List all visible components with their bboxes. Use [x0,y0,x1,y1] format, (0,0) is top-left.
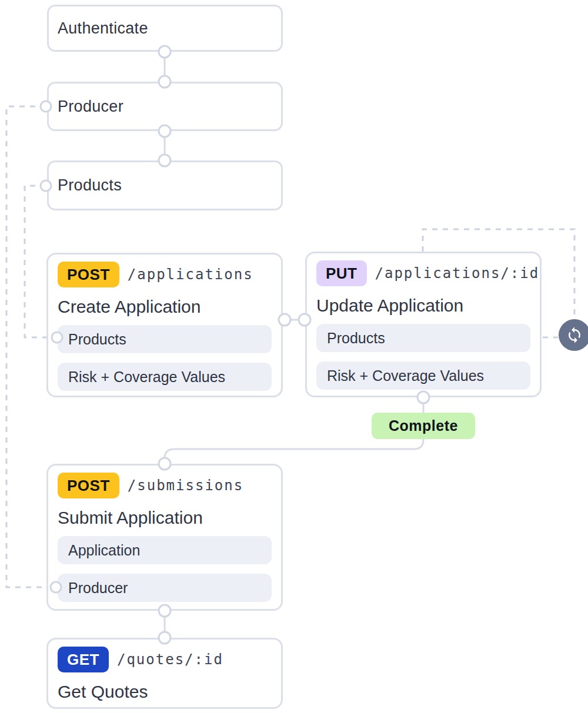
card-title: Submit Application [58,508,272,528]
method-badge-post: POST [58,473,119,498]
card-title: Get Quotes [58,682,272,702]
node-update-application[interactable]: PUT /applications/:id Update Application… [305,252,542,397]
endpoint-path: /quotes/:id [117,651,223,668]
method-badge-put: PUT [316,260,367,286]
card-title: Update Application [316,296,530,316]
card-row-application: Application [58,536,272,564]
workflow-diagram: Authenticate Producer Products POST /app… [0,0,588,713]
node-label: Producer [58,98,123,116]
node-producer[interactable]: Producer [47,82,283,131]
node-authenticate[interactable]: Authenticate [47,5,283,52]
method-badge-post: POST [58,262,119,287]
method-row: POST /submissions [58,473,272,498]
card-row-products: Products [316,324,530,352]
node-get-quotes[interactable]: GET /quotes/:id Get Quotes [46,638,283,709]
node-label: Products [58,176,122,195]
node-label: Authenticate [58,19,148,38]
sync-refresh-icon [559,319,588,351]
card-title: Create Application [58,297,272,317]
node-create-application[interactable]: POST /applications Create Application Pr… [46,253,283,397]
card-row-risk-coverage: Risk + Coverage Values [58,363,272,391]
card-row-products: Products [58,325,272,353]
endpoint-path: /applications [128,266,253,283]
endpoint-path: /applications/:id [375,265,540,282]
method-row: POST /applications [58,262,272,287]
card-row-producer: Producer [58,574,272,602]
card-row-risk-coverage: Risk + Coverage Values [316,361,530,390]
node-submit-application[interactable]: POST /submissions Submit Application App… [46,464,283,611]
node-products[interactable]: Products [47,160,283,210]
method-badge-get: GET [58,647,109,672]
method-row: PUT /applications/:id [316,260,530,286]
endpoint-path: /submissions [128,477,243,494]
complete-status-badge: Complete [372,413,475,439]
method-row: GET /quotes/:id [58,647,272,672]
